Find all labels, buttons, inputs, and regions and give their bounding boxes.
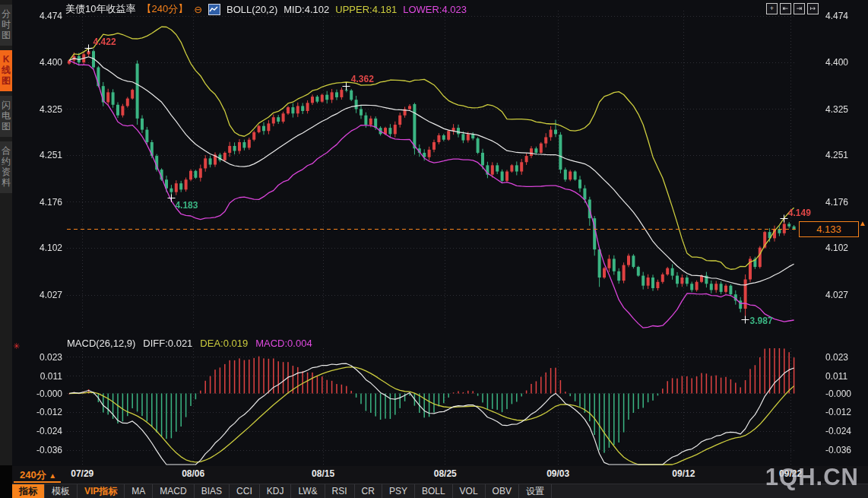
sidebar-tab-1[interactable]: 分时图	[0, 5, 12, 46]
chart-header: 美债10年收益率 【240分】 ⊖ BOLL(20,2) MID:4.102 U…	[65, 2, 467, 16]
period-selector[interactable]: 240分 ▲	[20, 468, 56, 482]
price-tick-right: 4.251	[825, 150, 866, 160]
sidebar-tab-4[interactable]: 合约资料	[0, 141, 12, 193]
sidebar-tab-2[interactable]: K线图	[0, 50, 12, 91]
price-tick-left: 4.176	[5, 197, 62, 208]
toolbar-item-CR[interactable]: CR	[355, 484, 382, 498]
toolbar-item-PSY[interactable]: PSY	[382, 484, 415, 498]
boll-mid-value: MID:4.102	[284, 4, 329, 15]
crosshair-icon[interactable]: +	[766, 3, 778, 14]
indicator-toolbar: 指标模板VIP指标MAMACDBIASCCIKDJLW&RSICRPSYBOLL…	[12, 484, 868, 498]
price-tick-left: -0.036	[5, 445, 62, 455]
macd-header: MACD(26,12,9) DIFF:0.021 DEA:0.019 MACD:…	[67, 338, 312, 349]
price-tick-right: 4.102	[825, 243, 866, 253]
period-tag[interactable]: 【240分】	[141, 2, 188, 16]
price-tick-right: 4.474	[825, 11, 866, 21]
period-underline	[14, 481, 61, 483]
boll-lower-value: LOWER:4.023	[403, 4, 467, 15]
high-price-label: 4.149	[788, 208, 811, 218]
indicator-chart-icon[interactable]	[208, 4, 220, 15]
price-tick-left: -0.012	[5, 407, 62, 417]
toolbar-item-RSI[interactable]: RSI	[325, 484, 355, 498]
sidebar-tab-3[interactable]: 闪电图	[0, 96, 12, 137]
toolbar-item-模板[interactable]: 模板	[45, 484, 78, 498]
scale-right-icon[interactable]: ⇥	[794, 3, 805, 14]
pan-right-icon[interactable]: ↦	[807, 3, 819, 14]
toolbar-item-OBV[interactable]: OBV	[486, 484, 519, 498]
price-arrow-icon: ▲	[859, 220, 866, 227]
price-tick-left: 0.011	[5, 371, 62, 382]
price-tick-right: -0.000	[825, 389, 866, 399]
price-tick-left: -0.000	[5, 389, 62, 399]
triangle-up-icon: ▲	[49, 471, 56, 480]
price-tick-right: -0.012	[825, 407, 866, 417]
collapse-icon[interactable]: ⊖	[194, 5, 202, 14]
price-tick-right: 4.400	[825, 57, 866, 68]
xaxis-date: 09/03	[535, 468, 581, 479]
price-tick-left: 4.027	[5, 290, 62, 300]
macd-dea-value: DEA:0.019	[200, 338, 248, 349]
toolbar-item-设置[interactable]: 设置	[519, 484, 552, 498]
price-tick-right: -0.024	[825, 426, 866, 436]
xaxis-date: 09/12	[661, 468, 706, 479]
price-tick-left: 4.400	[5, 57, 62, 68]
sidebar: 分时图K线图闪电图合约资料	[0, 0, 12, 498]
macd-macd-value: MACD:0.004	[255, 338, 312, 349]
macd-params-label: MACD(26,12,9)	[67, 338, 135, 349]
xaxis-date: 08/06	[170, 468, 216, 479]
high-price-label: 4.422	[93, 36, 116, 47]
price-tick-left: 4.102	[5, 243, 62, 253]
toolbar-item-MACD[interactable]: MACD	[153, 484, 194, 498]
price-tick-right: 4.325	[825, 104, 866, 115]
boll-upper-value: UPPER:4.181	[335, 4, 397, 15]
price-tick-left: 0.023	[5, 352, 62, 363]
price-tick-right: 4.176	[825, 197, 866, 208]
last-price-value: 4.133	[816, 224, 841, 235]
watermark: 1QH.CN	[765, 464, 859, 491]
price-tick-right: 0.011	[825, 371, 866, 382]
toolbar-item-BOLL[interactable]: BOLL	[415, 484, 453, 498]
price-tick-left: 4.474	[5, 11, 62, 21]
xaxis-date: 08/15	[300, 468, 346, 479]
macd-diff-value: DIFF:0.021	[143, 338, 192, 349]
toolbar-item-LW&[interactable]: LW&	[291, 484, 325, 498]
price-tick-left: 4.325	[5, 104, 62, 115]
xaxis-date: 07/29	[59, 468, 105, 479]
toolbar-item-CCI[interactable]: CCI	[230, 484, 260, 498]
price-tick-right: 0.023	[825, 352, 866, 363]
app-window: 分时图K线图闪电图合约资料 美债10年收益率 【240分】 ⊖ BOLL(20,…	[0, 0, 868, 498]
toolbar-item-BIAS[interactable]: BIAS	[195, 484, 230, 498]
price-tick-left: -0.024	[5, 426, 62, 436]
xaxis-row: 240分 ▲ 07/2908/0608/1508/2509/0309/1209/…	[12, 466, 868, 484]
xaxis-date: 08/25	[423, 468, 468, 479]
boll-params-label: BOLL(20,2)	[227, 4, 277, 15]
price-tick-right: -0.036	[825, 445, 866, 455]
low-price-label: 4.183	[175, 200, 198, 211]
red-star-icon: ✳	[13, 341, 20, 351]
chart-canvas[interactable]	[0, 0, 868, 498]
toolbar-item-指标[interactable]: 指标	[12, 484, 45, 498]
toolbar-item-KDJ[interactable]: KDJ	[260, 484, 292, 498]
sidebar-bottom	[0, 465, 12, 498]
price-tick-right: 4.027	[825, 290, 866, 300]
toolbar-item-MA[interactable]: MA	[125, 484, 153, 498]
page-title: 美债10年收益率	[65, 2, 135, 16]
toolbar-item-VOL[interactable]: VOL	[453, 484, 486, 498]
price-tick-left: 4.251	[5, 150, 62, 160]
scale-left-icon[interactable]: ⇤	[780, 3, 791, 14]
toolbar-item-VIP指标[interactable]: VIP指标	[78, 484, 125, 498]
high-price-label: 4.362	[351, 74, 374, 84]
last-price-box: 4.133	[799, 221, 859, 237]
low-price-label: 3.987	[750, 316, 773, 326]
